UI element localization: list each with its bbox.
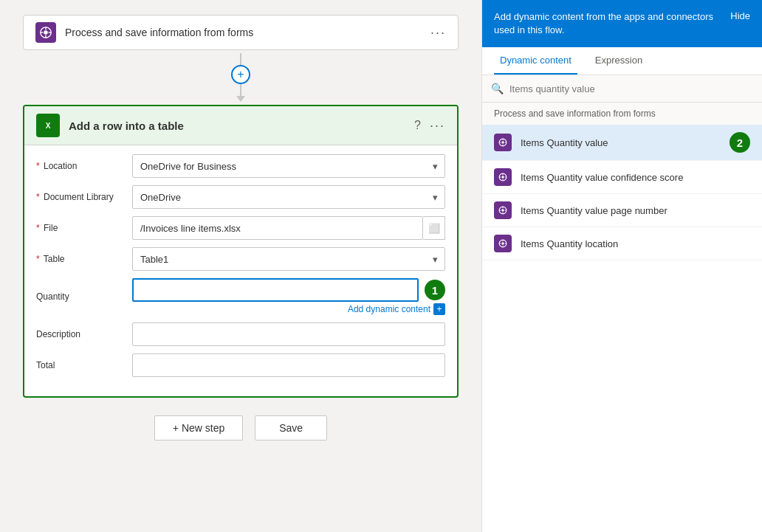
description-label: Description <box>36 329 132 339</box>
connector-line-bottom <box>240 84 241 96</box>
file-icon: ⬜ <box>428 223 440 234</box>
file-label: * File <box>36 223 132 233</box>
action-title: Add a row into a table <box>69 120 414 132</box>
step-connector: + <box>231 53 250 102</box>
dynamic-content-panel: Add dynamic content from the apps and co… <box>481 0 762 532</box>
dynamic-item-4[interactable]: Items Quantity location <box>482 227 762 260</box>
dynamic-item-3[interactable]: Items Quantity value page number <box>482 194 762 227</box>
item-icon-svg-3 <box>498 205 508 215</box>
quantity-badge: 1 <box>425 280 445 300</box>
location-label: * Location <box>36 161 132 171</box>
description-control <box>132 322 445 346</box>
quantity-label: Quantity <box>36 291 132 302</box>
dynamic-item-2[interactable]: Items Quantity value confidence score <box>482 161 762 194</box>
trigger-icon-svg <box>39 26 52 39</box>
svg-point-1 <box>44 30 47 34</box>
svg-point-7 <box>501 142 504 145</box>
required-star: * <box>36 192 40 202</box>
action-card-header: X Add a row into a table ? ··· <box>24 106 457 145</box>
table-select[interactable]: Table1 <box>132 247 445 271</box>
panel-header-text: Add dynamic content from the apps and co… <box>494 10 730 37</box>
description-row: Description <box>36 322 445 346</box>
file-path-display[interactable]: /Invoices line items.xlsx <box>132 216 423 240</box>
total-control <box>132 353 445 377</box>
excel-icon: X <box>36 114 60 137</box>
total-input[interactable] <box>132 353 445 377</box>
panel-header: Add dynamic content from the apps and co… <box>482 0 762 47</box>
svg-point-19 <box>501 210 504 213</box>
svg-point-13 <box>501 176 504 179</box>
quantity-input[interactable] <box>132 278 419 302</box>
quantity-row: Quantity 1 Add dynamic content + <box>36 278 445 315</box>
file-row: * File /Invoices line items.xlsx ⬜ <box>36 216 445 240</box>
item-label-2: Items Quantity value confidence score <box>521 172 750 183</box>
document-library-select[interactable]: OneDrive <box>132 185 445 209</box>
item-icon-1 <box>494 134 512 151</box>
table-row: * Table Table1 ▾ <box>36 247 445 271</box>
search-icon: 🔍 <box>491 83 504 94</box>
item-icon-2 <box>494 168 512 186</box>
connector-line-top <box>240 53 241 65</box>
panel-tabs: Dynamic content Expression <box>482 47 762 75</box>
item-icon-svg-2 <box>498 172 508 182</box>
action-header-buttons: ? ··· <box>414 118 445 134</box>
file-input-row: /Invoices line items.xlsx ⬜ <box>132 216 445 240</box>
step-buttons: + New step Save <box>154 415 327 441</box>
help-icon[interactable]: ? <box>414 119 421 132</box>
item-icon-4 <box>494 235 512 252</box>
trigger-more-button[interactable]: ··· <box>430 25 446 41</box>
required-star: * <box>36 223 40 233</box>
item-badge-1: 2 <box>730 132 750 153</box>
document-library-control: OneDrive ▾ <box>132 185 445 209</box>
trigger-icon <box>35 22 56 43</box>
required-star: * <box>36 254 40 264</box>
action-more-button[interactable]: ··· <box>430 118 445 134</box>
tab-expression[interactable]: Expression <box>589 47 648 75</box>
panel-hide-button[interactable]: Hide <box>730 10 750 21</box>
search-input[interactable] <box>509 83 753 94</box>
required-star: * <box>36 161 40 171</box>
form-body: * Location OneDrive for Business ▾ * Doc <box>24 145 457 396</box>
action-card: X Add a row into a table ? ··· * Locatio… <box>23 105 459 398</box>
dynamic-item-1[interactable]: Items Quantity value 2 <box>482 125 762 161</box>
panel-section-label: Process and save information from forms <box>482 103 762 125</box>
table-control: Table1 ▾ <box>132 247 445 271</box>
total-label: Total <box>36 360 132 370</box>
add-dynamic-plus-icon: + <box>433 303 445 315</box>
quantity-control: 1 Add dynamic content + <box>132 278 445 315</box>
trigger-card: Process and save information from forms … <box>23 15 459 50</box>
add-dynamic-content-link[interactable]: Add dynamic content + <box>348 303 445 315</box>
total-row: Total <box>36 353 445 377</box>
item-icon-svg-4 <box>498 238 508 249</box>
item-icon-3 <box>494 201 512 219</box>
save-button[interactable]: Save <box>255 415 327 441</box>
add-step-button[interactable]: + <box>231 65 250 84</box>
location-select[interactable]: OneDrive for Business <box>132 154 445 178</box>
trigger-title: Process and save information from forms <box>65 27 430 38</box>
item-label-3: Items Quantity value page number <box>521 205 750 216</box>
document-library-row: * Document Library OneDrive ▾ <box>36 185 445 209</box>
description-input[interactable] <box>132 322 445 346</box>
item-label-4: Items Quantity location <box>521 238 750 249</box>
new-step-button[interactable]: + New step <box>154 415 243 441</box>
location-control: OneDrive for Business ▾ <box>132 154 445 178</box>
table-label: * Table <box>36 254 132 264</box>
panel-search: 🔍 <box>482 75 762 103</box>
add-dynamic-row: Add dynamic content + <box>132 303 445 315</box>
connector-arrow <box>236 96 245 102</box>
item-label-1: Items Quantity value <box>521 137 721 148</box>
document-library-label: * Document Library <box>36 192 132 202</box>
plus-icon: + <box>237 68 244 81</box>
tab-dynamic-content[interactable]: Dynamic content <box>494 47 577 75</box>
location-row: * Location OneDrive for Business ▾ <box>36 154 445 178</box>
svg-point-25 <box>501 243 504 246</box>
file-browse-button[interactable]: ⬜ <box>423 216 445 240</box>
file-control: /Invoices line items.xlsx ⬜ <box>132 216 445 240</box>
excel-label: X <box>46 122 51 130</box>
item-icon-svg-1 <box>498 137 508 148</box>
